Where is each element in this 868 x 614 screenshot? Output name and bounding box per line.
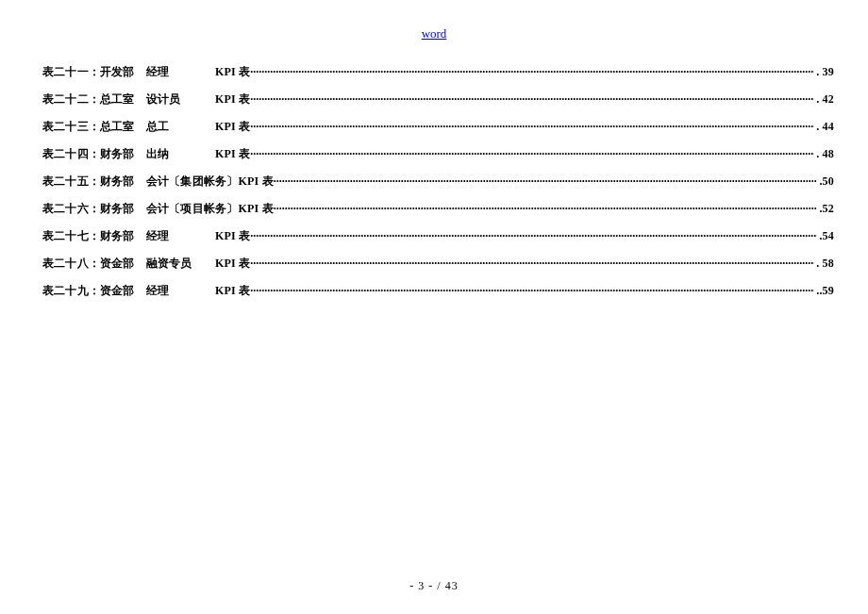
toc-leader-dots	[250, 284, 814, 298]
toc-label: 表二十七：财务部 经理 KPI 表	[42, 228, 250, 244]
document-page: word 表二十一：开发部 经理 KPI 表 . 39 表二十二：总工室 设计员…	[0, 0, 868, 614]
toc-page-number: .52	[817, 202, 834, 216]
toc-leader-dots	[250, 229, 817, 243]
toc-page-number: ..59	[814, 284, 834, 298]
toc-leader-dots	[274, 174, 818, 189]
toc-label: 表二十九：资金部 经理 KPI 表	[42, 283, 250, 299]
toc-entry: 表二十三：总工室 总工 KPI 表 . 44	[42, 119, 834, 135]
toc-entry: 表二十四：财务部 出纳 KPI 表 . 48	[42, 146, 834, 162]
header-link-container: word	[0, 26, 868, 41]
toc-page-number: . 42	[814, 92, 834, 107]
toc-entry: 表二十六：财务部 会计〔项目帐务〕KPI 表 .52	[42, 201, 834, 217]
toc-entry: 表二十五：财务部 会计〔集团帐务〕KPI 表 .50	[42, 174, 834, 190]
table-of-contents: 表二十一：开发部 经理 KPI 表 . 39 表二十二：总工室 设计员 KPI …	[0, 64, 868, 299]
toc-leader-dots	[250, 65, 814, 79]
header-link[interactable]: word	[422, 26, 447, 41]
toc-entry: 表二十一：开发部 经理 KPI 表 . 39	[42, 64, 834, 80]
toc-label: 表二十八：资金部 融资专员 KPI 表	[42, 256, 250, 272]
toc-entry: 表二十二：总工室 设计员 KPI 表 . 42	[42, 91, 834, 108]
page-footer: - 3 - / 43	[0, 579, 868, 593]
toc-page-number: .54	[817, 229, 834, 243]
toc-page-number: . 44	[814, 120, 834, 134]
toc-leader-dots	[250, 120, 814, 134]
toc-entry: 表二十七：财务部 经理 KPI 表 .54	[42, 228, 834, 244]
toc-label: 表二十五：财务部 会计〔集团帐务〕KPI 表	[42, 174, 274, 190]
toc-label: 表二十四：财务部 出纳 KPI 表	[42, 146, 250, 162]
toc-entry: 表二十九：资金部 经理 KPI 表 ..59	[42, 283, 834, 299]
toc-page-number: . 39	[814, 65, 834, 79]
toc-label: 表二十一：开发部 经理 KPI 表	[42, 64, 250, 80]
toc-leader-dots	[250, 257, 814, 271]
toc-label: 表二十六：财务部 会计〔项目帐务〕KPI 表	[42, 201, 274, 217]
toc-page-number: .50	[817, 174, 834, 189]
toc-entry: 表二十八：资金部 融资专员 KPI 表 . 58	[42, 256, 834, 272]
toc-page-number: . 58	[814, 257, 834, 271]
toc-leader-dots	[250, 147, 814, 161]
toc-leader-dots	[250, 92, 814, 107]
toc-leader-dots	[274, 202, 818, 216]
toc-label: 表二十二：总工室 设计员 KPI 表	[42, 91, 250, 108]
toc-label: 表二十三：总工室 总工 KPI 表	[42, 119, 250, 135]
toc-page-number: . 48	[814, 147, 834, 161]
